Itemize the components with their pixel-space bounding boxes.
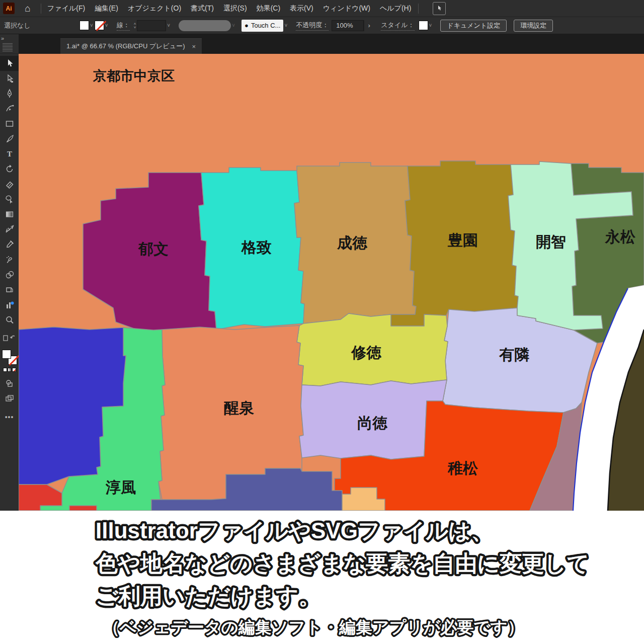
menu-view[interactable]: 表示(V): [290, 4, 313, 13]
chevron-down-icon[interactable]: ˅: [429, 23, 432, 28]
caption-line-2: 色や地名などのさまざまな要素を自由に変更して: [95, 551, 589, 576]
chevron-down-icon[interactable]: ˅: [284, 23, 287, 28]
width-tool[interactable]: [0, 222, 19, 237]
artboard-canvas[interactable]: 京都市中京区 郁文 格致 成徳 豊園 開智 永松 修徳 有隣 醒泉 尚徳 淳風 …: [19, 54, 644, 511]
touch-workspace-icon[interactable]: [433, 2, 446, 15]
map-kyoto-nakagyo[interactable]: 京都市中京区 郁文 格致 成徳 豊園 開智 永松 修徳 有隣 醒泉 尚徳 淳風 …: [19, 54, 644, 511]
map-label-hoen: 豊園: [447, 232, 478, 249]
menu-file[interactable]: ファイル(F): [47, 4, 85, 13]
fill-stroke-indicator[interactable]: [2, 350, 17, 365]
edit-toolbar-icon[interactable]: [0, 331, 19, 346]
document-tab-title: 1.ai* @ 66.67 % (RGB/CPU プレビュー): [66, 42, 185, 51]
illustrator-logo[interactable]: Ai: [3, 3, 15, 14]
control-bar: 選択なし ˅ ˅ 線： ˄˅ ˅ ˅ ● Touch C... ˅ 不透明度： …: [0, 17, 644, 34]
color-button[interactable]: [3, 368, 7, 372]
caption-line-3: ご利用いただけます。: [96, 584, 320, 608]
chevron-down-icon[interactable]: ˅: [105, 23, 108, 28]
eyedropper-tool[interactable]: [0, 237, 19, 252]
toolbar-grip[interactable]: [3, 43, 13, 51]
shaper-tool[interactable]: [0, 192, 19, 207]
stroke-color-swatch[interactable]: [95, 21, 104, 30]
opacity-panel-expand-button[interactable]: ›: [364, 20, 374, 31]
map-title: 京都市中京区: [93, 68, 175, 84]
type-tool[interactable]: T: [0, 146, 19, 162]
brush-dot-icon: ●: [245, 22, 249, 29]
divider: [41, 4, 41, 14]
caption-line-1: IllustratorファイルやSVGファイルは、: [96, 518, 493, 543]
chevron-down-icon[interactable]: ˅: [167, 23, 170, 28]
rectangle-tool[interactable]: [0, 116, 19, 131]
opacity-input[interactable]: 100%: [332, 20, 364, 31]
variable-width-profile-dropdown[interactable]: [179, 20, 231, 31]
brush-definition-button[interactable]: ● Touch C...: [242, 20, 283, 32]
selection-status: 選択なし: [4, 21, 79, 30]
fill-color-swatch[interactable]: [79, 21, 89, 30]
menu-select[interactable]: 選択(S): [223, 4, 247, 13]
menu-help[interactable]: ヘルプ(H): [380, 4, 411, 13]
map-label-ikubun: 郁文: [138, 240, 169, 257]
curvature-tool[interactable]: [0, 101, 19, 116]
menu-type[interactable]: 書式(T): [191, 4, 214, 13]
style-swatch[interactable]: [419, 21, 428, 30]
none-button[interactable]: [12, 368, 16, 372]
menu-effect[interactable]: 効果(C): [257, 4, 280, 13]
gradient-button[interactable]: [8, 368, 12, 372]
preferences-button[interactable]: 環境設定: [514, 20, 553, 32]
pen-tool[interactable]: [0, 86, 19, 101]
symbol-sprayer-tool[interactable]: [0, 252, 19, 267]
illustrator-window: Ai ⌂ ファイル(F) 編集(E) オブジェクト(O) 書式(T) 選択(S)…: [0, 0, 644, 644]
tools-panel: T: [0, 54, 19, 511]
zoom-tool[interactable]: [0, 312, 19, 328]
map-label-seitoku: 成徳: [337, 234, 368, 251]
stroke-weight-input[interactable]: [137, 20, 166, 31]
selection-tool[interactable]: [0, 56, 19, 71]
divider: [418, 4, 419, 14]
chevron-down-icon[interactable]: ˅: [90, 23, 93, 28]
map-label-kakuchi: 格致: [241, 239, 272, 256]
menu-bar: Ai ⌂ ファイル(F) 編集(E) オブジェクト(O) 書式(T) 選択(S)…: [0, 0, 644, 17]
map-label-seisen: 醒泉: [224, 399, 254, 416]
map-area-red-fragment[interactable]: [69, 506, 97, 511]
draw-mode-icon[interactable]: [0, 376, 19, 391]
stroke-weight-label: 線：: [117, 21, 130, 31]
map-label-wakamatsu: 稚松: [447, 460, 478, 476]
caption-line-4: （ベジェデータの編集ソフト・編集アプリが必要です）: [103, 618, 524, 636]
paintbrush-tool[interactable]: [0, 131, 19, 146]
menu-object[interactable]: オブジェクト(O): [128, 4, 181, 13]
home-icon[interactable]: ⌂: [22, 3, 34, 15]
toolbar-collapse-icon[interactable]: »: [1, 35, 4, 41]
shape-builder-tool[interactable]: [0, 267, 19, 282]
more-tools-icon[interactable]: •••: [5, 413, 14, 421]
map-label-kaichi: 開智: [536, 233, 566, 250]
gradient-tool[interactable]: [0, 207, 19, 222]
fill-white-swatch[interactable]: [2, 350, 11, 359]
map-label-shotoku: 尚徳: [357, 415, 388, 431]
svg-text:T: T: [7, 150, 12, 158]
map-label-eisho: 永松: [604, 228, 636, 245]
chevron-down-icon: ˅: [232, 23, 235, 28]
document-setup-button[interactable]: ドキュメント設定: [440, 20, 507, 32]
document-tab[interactable]: 1.ai* @ 66.67 % (RGB/CPU プレビュー) ×: [60, 38, 202, 54]
map-label-junpu: 淳風: [105, 479, 136, 496]
style-label: スタイル：: [381, 21, 414, 31]
menu-edit[interactable]: 編集(E): [95, 4, 118, 13]
screen-mode-icon[interactable]: [0, 391, 19, 406]
caption-area: IllustratorファイルやSVGファイルは、 色や地名などのさまざまな要素…: [0, 511, 644, 644]
graph-tool[interactable]: [0, 297, 19, 312]
opacity-label: 不透明度：: [296, 21, 329, 31]
eraser-tool[interactable]: [0, 177, 19, 192]
close-icon[interactable]: ×: [192, 43, 196, 50]
color-mode-buttons: [3, 368, 16, 372]
brush-definition-label: Touch C...: [251, 22, 281, 29]
artboard-tool[interactable]: [0, 282, 19, 297]
menu-window[interactable]: ウィンドウ(W): [323, 4, 370, 13]
toolbar-header: »: [0, 34, 19, 54]
stroke-weight-stepper[interactable]: ˄˅: [134, 22, 136, 29]
map-label-shutoku: 修徳: [351, 344, 382, 361]
direct-selection-tool[interactable]: [0, 71, 19, 86]
map-label-yurin: 有隣: [499, 346, 529, 363]
rotate-tool[interactable]: [0, 162, 19, 177]
document-tab-strip: 1.ai* @ 66.67 % (RGB/CPU プレビュー) ×: [19, 34, 644, 54]
